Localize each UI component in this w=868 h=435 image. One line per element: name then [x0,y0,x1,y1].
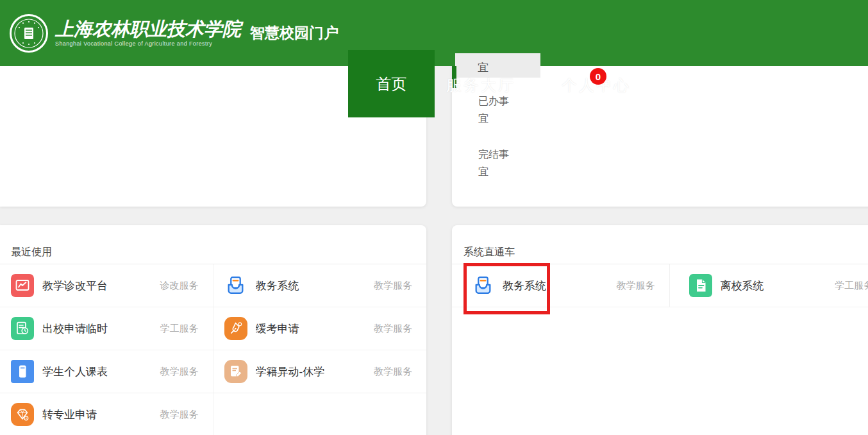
academic-inbox-icon [471,274,494,297]
document-clock-icon [11,317,34,340]
todo-tab-pending[interactable]: 宜 [455,53,540,78]
recent-panel-title: 最近使用 [0,225,426,264]
app-service-label: 学工服务 [835,280,868,292]
empty-grid-cell [213,393,427,435]
system-shortcut-panel: 系统直通车 教务系统 教学服务 [452,225,868,435]
line-chart-icon [11,274,34,297]
phone-schedule-icon [11,360,34,383]
nav-item-home[interactable]: 首页 [348,50,435,117]
app-name: 教务系统 [503,278,617,293]
school-identity: 上海农林职业技术学院 Shanghai Vocational College o… [55,19,241,47]
shortcut-item-leave-school-system[interactable]: 离校系统 学工服务 [670,264,868,307]
app-name: 学籍异动-休学 [256,364,374,379]
app-item-student-status-suspension[interactable]: 学籍异动-休学 教学服务 [213,350,427,393]
recent-used-panel: 最近使用 教学诊改平台 诊改服务 [0,225,426,435]
todo-tab-done[interactable]: 已办事宜 [478,92,514,127]
app-name: 教务系统 [256,278,374,293]
app-item-personal-timetable[interactable]: 学生个人课表 教学服务 [0,350,213,393]
app-service-label: 教学服务 [617,280,655,292]
shortcut-panel-title: 系统直通车 [452,225,868,264]
academic-inbox-icon [224,274,247,297]
app-service-label: 教学服务 [374,323,412,335]
app-name: 出校申请临时 [42,321,160,336]
app-service-label: 教学服务 [160,409,199,421]
app-service-label: 诊改服务 [160,280,199,292]
school-name-english: Shanghai Vocational College of Agricultu… [55,40,241,47]
app-service-label: 教学服务 [160,366,199,378]
app-item-academic-system[interactable]: 教务系统 教学服务 [213,264,427,307]
nav-item-service-hall[interactable]: 服务大厅 [446,75,515,96]
shortcut-item-academic-system[interactable]: 教务系统 教学服务 [452,264,670,307]
portal-page: 已办事宜 完结事宜 上海农林职业技术学院 Shanghai Vocational… [0,0,868,435]
app-item-exit-application[interactable]: 出校申请临时 学工服务 [0,307,213,350]
app-name: 缓考申请 [256,321,374,336]
school-name: 上海农林职业技术学院 [55,19,241,38]
app-service-label: 教学服务 [374,366,412,378]
portal-title: 智慧校园门户 [250,23,338,43]
todo-tab-finished[interactable]: 完结事宜 [478,146,514,180]
app-name: 离校系统 [721,278,835,293]
nav-home-label: 首页 [376,74,407,94]
pen-nib-icon [224,317,247,340]
document-icon [689,274,712,297]
recent-app-grid: 教学诊改平台 诊改服务 教务系统 教学服务 [0,264,426,435]
shortcut-app-grid: 教务系统 教学服务 离校系统 学工服务 [452,264,868,307]
gem-icon [11,403,34,426]
app-item-teaching-diagnosis[interactable]: 教学诊改平台 诊改服务 [0,264,213,307]
app-name: 教学诊改平台 [42,278,160,293]
app-name: 学生个人课表 [42,364,160,379]
school-seal-logo [9,13,49,53]
todo-count-badge: 0 [590,68,606,85]
app-name: 转专业申请 [42,407,160,422]
app-item-deferred-exam[interactable]: 缓考申请 教学服务 [213,307,427,350]
app-item-major-transfer[interactable]: 转专业申请 教学服务 [0,393,213,435]
app-service-label: 教学服务 [374,280,412,292]
document-pencil-icon [224,360,247,383]
app-service-label: 学工服务 [160,323,199,335]
